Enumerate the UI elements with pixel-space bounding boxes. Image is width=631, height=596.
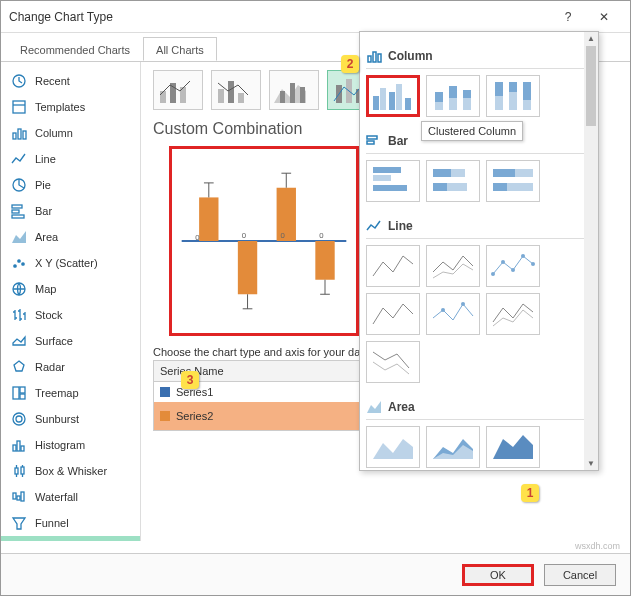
- flyout-area-3[interactable]: [486, 426, 540, 468]
- sidebar-item-radar[interactable]: Radar: [1, 354, 140, 380]
- sidebar-item-treemap[interactable]: Treemap: [1, 380, 140, 406]
- sidebar-item-label: Recent: [35, 75, 70, 87]
- line-icon: [11, 151, 27, 167]
- flyout-line-5[interactable]: [426, 293, 480, 335]
- svg-point-9: [14, 265, 16, 267]
- svg-rect-69: [449, 98, 457, 110]
- svg-rect-73: [495, 96, 503, 110]
- sidebar-item-surface[interactable]: Surface: [1, 328, 140, 354]
- svg-text:0: 0: [242, 231, 246, 240]
- svg-rect-4: [23, 131, 26, 139]
- sidebar-item-label: Column: [35, 127, 73, 139]
- svg-point-17: [16, 416, 22, 422]
- sidebar-item-histogram[interactable]: Histogram: [1, 432, 140, 458]
- tab-recommended-charts[interactable]: Recommended Charts: [7, 37, 143, 61]
- sidebar-item-line[interactable]: Line: [1, 146, 140, 172]
- flyout-100-stacked-bar[interactable]: [486, 160, 540, 202]
- funnel-icon: [11, 515, 27, 531]
- flyout-heading-column: Column: [366, 44, 592, 69]
- svg-point-92: [501, 260, 505, 264]
- svg-rect-20: [21, 446, 24, 451]
- series2-color-swatch: [160, 411, 170, 421]
- surface-icon: [11, 333, 27, 349]
- flyout-100-stacked-column[interactable]: [486, 75, 540, 117]
- column-icon: [11, 125, 27, 141]
- sidebar-item-combo[interactable]: Combo: [1, 536, 140, 541]
- window-title: Change Chart Type: [9, 10, 550, 24]
- sidebar-item-scatter[interactable]: X Y (Scatter): [1, 250, 140, 276]
- svg-rect-76: [523, 82, 531, 100]
- flyout-clustered-bar[interactable]: [366, 160, 420, 202]
- svg-rect-42: [199, 197, 218, 241]
- sidebar-item-column[interactable]: Column: [1, 120, 140, 146]
- svg-rect-35: [290, 83, 295, 103]
- svg-rect-36: [300, 87, 305, 103]
- combo-subtype-2[interactable]: [211, 70, 261, 110]
- scroll-thumb[interactable]: [586, 46, 596, 126]
- flyout-line-2[interactable]: [426, 245, 480, 287]
- marker-1: 1: [521, 484, 539, 502]
- sidebar-item-bar[interactable]: Bar: [1, 198, 140, 224]
- sidebar-item-stock[interactable]: Stock: [1, 302, 140, 328]
- svg-rect-89: [493, 183, 507, 191]
- svg-point-94: [521, 254, 525, 258]
- svg-rect-72: [495, 82, 503, 96]
- svg-rect-80: [373, 167, 401, 173]
- help-button[interactable]: ?: [550, 5, 586, 29]
- sidebar-item-waterfall[interactable]: Waterfall: [1, 484, 140, 510]
- clustered-column-tooltip: Clustered Column: [421, 121, 523, 141]
- flyout-scrollbar[interactable]: ▲ ▼: [584, 32, 598, 470]
- svg-rect-66: [435, 92, 443, 102]
- combo-subtype-1[interactable]: [153, 70, 203, 110]
- svg-point-10: [18, 260, 20, 262]
- svg-rect-75: [509, 92, 517, 110]
- svg-rect-83: [433, 169, 451, 177]
- svg-rect-90: [507, 183, 533, 191]
- sidebar-item-funnel[interactable]: Funnel: [1, 510, 140, 536]
- recent-icon: [11, 73, 27, 89]
- ok-button[interactable]: OK: [462, 564, 534, 586]
- svg-rect-50: [277, 188, 296, 241]
- scroll-up-icon[interactable]: ▲: [587, 34, 595, 43]
- svg-rect-81: [373, 175, 391, 181]
- flyout-area-1[interactable]: [366, 426, 420, 468]
- waterfall-icon: [11, 489, 27, 505]
- close-button[interactable]: ✕: [586, 5, 622, 29]
- svg-point-93: [511, 268, 515, 272]
- sidebar-item-sunburst[interactable]: Sunburst: [1, 406, 140, 432]
- tab-all-charts[interactable]: All Charts: [143, 37, 217, 61]
- sidebar-item-label: Stock: [35, 309, 63, 321]
- svg-rect-87: [493, 169, 515, 177]
- sidebar-item-templates[interactable]: Templates: [1, 94, 140, 120]
- sidebar-item-label: Radar: [35, 361, 65, 373]
- sidebar-item-map[interactable]: Map: [1, 276, 140, 302]
- svg-rect-74: [509, 82, 517, 92]
- flyout-area-2[interactable]: [426, 426, 480, 468]
- bar-icon: [11, 203, 27, 219]
- flyout-line-7[interactable]: [366, 341, 420, 383]
- box-whisker-icon: [11, 463, 27, 479]
- sidebar-item-label: Treemap: [35, 387, 79, 399]
- cancel-button[interactable]: Cancel: [544, 564, 616, 586]
- svg-rect-25: [21, 492, 24, 501]
- svg-rect-31: [218, 89, 224, 103]
- svg-rect-2: [13, 133, 16, 139]
- combo-subtype-3[interactable]: [269, 70, 319, 110]
- flyout-clustered-column[interactable]: [366, 75, 420, 117]
- sidebar-item-box-whisker[interactable]: Box & Whisker: [1, 458, 140, 484]
- sidebar-item-recent[interactable]: Recent: [1, 68, 140, 94]
- flyout-line-1[interactable]: [366, 245, 420, 287]
- sidebar-item-pie[interactable]: Pie: [1, 172, 140, 198]
- svg-rect-19: [17, 441, 20, 451]
- sidebar-item-area[interactable]: Area: [1, 224, 140, 250]
- svg-rect-77: [523, 100, 531, 110]
- flyout-line-3[interactable]: [486, 245, 540, 287]
- flyout-stacked-bar[interactable]: [426, 160, 480, 202]
- svg-rect-59: [373, 52, 376, 62]
- svg-rect-15: [20, 394, 25, 399]
- scroll-down-icon[interactable]: ▼: [587, 459, 595, 468]
- flyout-stacked-column[interactable]: [426, 75, 480, 117]
- svg-rect-61: [373, 96, 379, 110]
- flyout-line-6[interactable]: [486, 293, 540, 335]
- flyout-line-4[interactable]: [366, 293, 420, 335]
